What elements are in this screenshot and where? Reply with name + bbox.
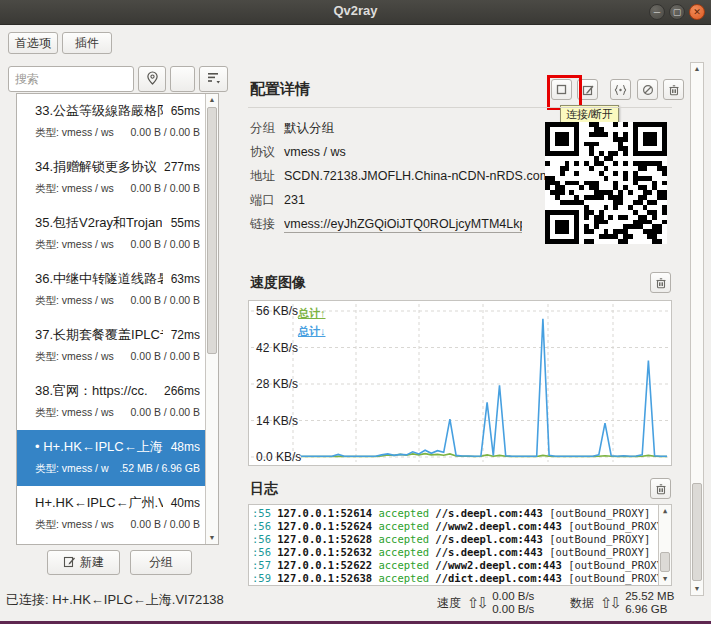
log-lines: :55 127.0.0.1:52614 accepted //s.deepl.c… xyxy=(252,507,671,585)
plugins-button[interactable]: 插件 xyxy=(62,32,112,54)
detail-field: 端口231 xyxy=(250,192,305,209)
connection-type: 类型: vmess / ws xyxy=(35,406,114,420)
log-line: :56 127.0.0.1:52632 accepted //s.deepl.c… xyxy=(252,546,671,559)
maximize-button[interactable]: ▢ xyxy=(669,4,685,20)
connection-title: 36.中继中转隧道线路暑 xyxy=(35,270,163,288)
connection-title: H+.HK←IPLC←广州.V xyxy=(35,494,163,512)
chart-y-tick: 14 KB/s xyxy=(256,414,298,428)
connection-stats: 0.00 B / 0.00 B xyxy=(131,406,200,420)
log-line: :57 127.0.0.1:52622 accepted //www2.deep… xyxy=(252,559,671,572)
connection-latency: 65ms xyxy=(171,104,200,118)
connection-latency: 40ms xyxy=(171,496,200,510)
header-divider xyxy=(248,107,672,108)
circle-slash-icon xyxy=(642,84,654,96)
detail-title: 配置详情 xyxy=(250,80,310,99)
clear-log-button[interactable] xyxy=(650,478,671,499)
log-line: :56 127.0.0.1:52628 accepted //s.deepl.c… xyxy=(252,533,671,546)
connection-stats: .52 MB / 6.96 GB xyxy=(119,462,200,476)
log-view[interactable]: :55 127.0.0.1:52614 accepted //s.deepl.c… xyxy=(248,504,672,586)
connection-item[interactable]: 34.捐赠解锁更多协议277ms类型: vmess / ws0.00 B / 0… xyxy=(17,150,218,206)
updown-arrows-icon: ⇧⇩ xyxy=(600,594,619,612)
clear-usage-button[interactable] xyxy=(637,79,658,100)
scroll-down-icon[interactable]: ▼ xyxy=(659,573,671,585)
connection-list[interactable]: 33.公益等级線路嚴格阝65ms类型: vmess / ws0.00 B / 0… xyxy=(16,93,219,545)
log-line: :59 127.0.0.1:52638 accepted //dict.deep… xyxy=(252,572,671,585)
chart-title: 速度图像 xyxy=(250,274,306,292)
latency-test-button[interactable] xyxy=(138,66,166,92)
group-button[interactable]: 分组 xyxy=(130,550,192,575)
trash-icon xyxy=(668,84,680,96)
connection-type: 类型: vmess / ws xyxy=(35,182,114,196)
connection-stats: 0.00 B / 0.00 B xyxy=(131,350,200,364)
connection-latency: 48ms xyxy=(171,440,200,454)
connection-item[interactable]: H+.HK←IPLC← xyxy=(17,542,218,545)
chart-y-tick: 28 KB/s xyxy=(256,377,298,391)
speed-label: 速度 xyxy=(437,595,461,612)
new-connection-button[interactable]: 新建 xyxy=(47,550,120,575)
close-button[interactable]: ✕ xyxy=(689,4,705,20)
minimize-button[interactable]: ─ xyxy=(649,4,665,20)
window-controls: ─ ▢ ✕ xyxy=(649,4,705,20)
chart-series-line xyxy=(301,319,667,456)
scrollbar-thumb[interactable] xyxy=(660,552,670,572)
scroll-up-icon[interactable]: ▲ xyxy=(659,505,671,517)
window-title: Qv2ray xyxy=(0,3,711,18)
scroll-up-icon[interactable]: ▲ xyxy=(206,94,218,106)
connection-item[interactable]: 35.包括V2ray和Trojan55ms类型: vmess / ws0.00 … xyxy=(17,206,218,262)
sort-button[interactable] xyxy=(199,66,228,92)
connection-item[interactable]: • H+.HK←IPLC←上海48ms类型: vmess / w.52 MB /… xyxy=(17,430,218,486)
detail-field: 分组默认分组 xyxy=(250,120,334,137)
connection-item[interactable]: 37.长期套餐覆盖IPLC专72ms类型: vmess / ws0.00 B /… xyxy=(17,318,218,374)
connection-list-scrollbar[interactable]: ▲ ▼ xyxy=(205,94,218,544)
log-scrollbar[interactable]: ▲ ▼ xyxy=(658,505,671,585)
speed-status: 速度 ⇧⇩ 0.00 B/s 0.00 B/s xyxy=(437,590,534,616)
panel-scrollbar[interactable]: ▲ ▼ xyxy=(690,62,704,596)
connection-latency: 72ms xyxy=(171,328,200,342)
chart-legend-item[interactable]: 总计↑ xyxy=(298,306,326,321)
chart-legend-item[interactable]: 总计↓ xyxy=(298,324,326,339)
connection-item[interactable]: 33.公益等级線路嚴格阝65ms类型: vmess / ws0.00 B / 0… xyxy=(17,94,218,150)
connection-items: 33.公益等级線路嚴格阝65ms类型: vmess / ws0.00 B / 0… xyxy=(17,94,218,545)
connection-title: 33.公益等级線路嚴格阝 xyxy=(35,102,163,120)
scrollbar-thumb[interactable] xyxy=(207,107,217,354)
search-input[interactable] xyxy=(8,66,134,92)
log-line: :56 127.0.0.1:52624 accepted //www2.deep… xyxy=(252,520,671,533)
location-pin-icon xyxy=(146,71,159,88)
scroll-down-icon[interactable]: ▼ xyxy=(691,583,703,595)
connection-latency: 277ms xyxy=(164,160,200,174)
chart-y-tick: 42 KB/s xyxy=(256,341,298,355)
speed-up-value: 0.00 B/s xyxy=(492,590,534,602)
titlebar[interactable]: Qv2ray ─ ▢ ✕ xyxy=(0,0,711,25)
connection-latency: 266ms xyxy=(164,384,200,398)
chart-y-tick: 56 KB/s xyxy=(256,304,298,318)
connection-latency: 63ms xyxy=(171,272,200,286)
connection-item[interactable]: H+.HK←IPLC←广州.V40ms类型: vmess / ws0.00 B … xyxy=(17,486,218,542)
connection-type: 类型: vmess / ws xyxy=(35,350,114,364)
connection-title: 34.捐赠解锁更多协议 xyxy=(35,158,157,176)
field-label: 端口 xyxy=(250,192,284,209)
empty-button[interactable] xyxy=(170,66,195,92)
connection-title: 35.包括V2ray和Trojan xyxy=(35,214,162,232)
new-connection-label: 新建 xyxy=(80,554,104,571)
edit-json-button[interactable] xyxy=(610,79,631,100)
field-label: 地址 xyxy=(250,168,284,185)
field-value: vmess / ws xyxy=(284,145,346,159)
connection-item[interactable]: 38.官网：https://cc.266ms类型: vmess / ws0.00… xyxy=(17,374,218,430)
clear-chart-button[interactable] xyxy=(650,272,671,293)
trash-icon xyxy=(655,277,667,289)
field-value[interactable]: vmess://eyJhZGQiOiJTQ0ROLjcyMTM4LkpNT0ZM… xyxy=(284,217,522,233)
qr-code xyxy=(545,122,667,244)
connection-latency: 55ms xyxy=(171,216,200,230)
scroll-up-icon[interactable]: ▲ xyxy=(691,63,703,75)
scroll-down-icon[interactable]: ▼ xyxy=(206,532,218,544)
delete-connection-button[interactable] xyxy=(663,79,684,100)
scrollbar-thumb[interactable] xyxy=(692,483,702,581)
connection-stats: 0.00 B / 0.00 B xyxy=(131,126,200,140)
data-down-value: 6.96 GB xyxy=(625,603,667,615)
preferences-button[interactable]: 首选项 xyxy=(8,32,58,54)
connection-item[interactable]: 36.中继中转隧道线路暑63ms类型: vmess / ws0.00 B / 0… xyxy=(17,262,218,318)
sort-icon xyxy=(207,72,221,87)
field-label: 链接 xyxy=(250,216,284,233)
connection-stats: 0.00 B / 0.00 B xyxy=(131,294,200,308)
chart-y-tick: 0.0 KB/s xyxy=(256,450,301,464)
